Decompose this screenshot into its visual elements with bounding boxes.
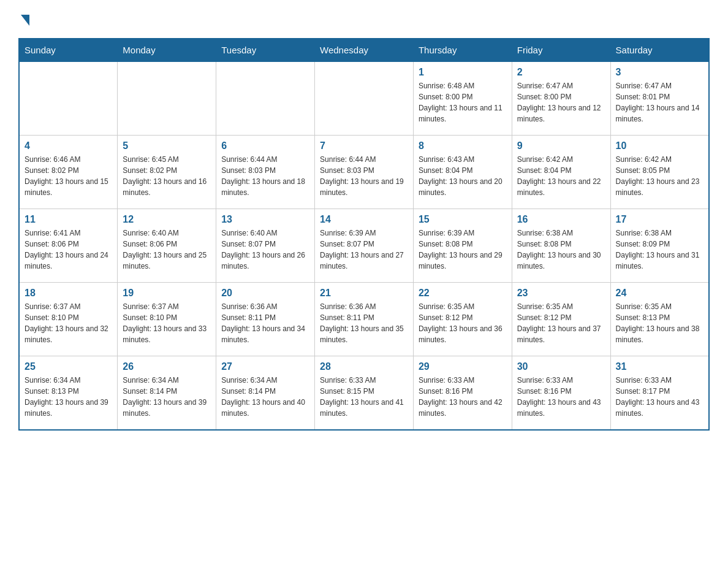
day-number: 12 [123,214,211,225]
day-number: 31 [616,361,703,372]
day-info: Sunrise: 6:36 AM Sunset: 8:11 PM Dayligh… [320,301,408,345]
page-header [18,12,710,26]
day-info: Sunrise: 6:34 AM Sunset: 8:13 PM Dayligh… [25,375,112,419]
calendar-cell: 14Sunrise: 6:39 AM Sunset: 8:07 PM Dayli… [315,209,414,283]
day-number: 11 [25,214,112,225]
day-info: Sunrise: 6:33 AM Sunset: 8:16 PM Dayligh… [517,375,605,419]
calendar-cell: 11Sunrise: 6:41 AM Sunset: 8:06 PM Dayli… [19,209,118,283]
day-info: Sunrise: 6:37 AM Sunset: 8:10 PM Dayligh… [25,301,112,345]
day-number: 25 [25,361,112,372]
day-number: 14 [320,214,408,225]
day-info: Sunrise: 6:35 AM Sunset: 8:13 PM Dayligh… [616,301,703,345]
calendar-cell: 29Sunrise: 6:33 AM Sunset: 8:16 PM Dayli… [413,356,512,430]
day-info: Sunrise: 6:43 AM Sunset: 8:04 PM Dayligh… [419,154,507,198]
day-number: 16 [517,214,605,225]
header-sunday: Sunday [19,39,118,62]
day-info: Sunrise: 6:37 AM Sunset: 8:10 PM Dayligh… [123,301,211,345]
calendar-cell: 13Sunrise: 6:40 AM Sunset: 8:07 PM Dayli… [216,209,315,283]
calendar-cell: 30Sunrise: 6:33 AM Sunset: 8:16 PM Dayli… [512,356,610,430]
calendar-cell: 19Sunrise: 6:37 AM Sunset: 8:10 PM Dayli… [118,283,216,356]
calendar-cell: 1Sunrise: 6:48 AM Sunset: 8:00 PM Daylig… [413,62,512,136]
calendar-cell: 31Sunrise: 6:33 AM Sunset: 8:17 PM Dayli… [610,356,709,430]
day-number: 15 [419,214,507,225]
calendar-cell: 22Sunrise: 6:35 AM Sunset: 8:12 PM Dayli… [413,283,512,356]
day-info: Sunrise: 6:33 AM Sunset: 8:16 PM Dayligh… [419,375,507,419]
day-info: Sunrise: 6:35 AM Sunset: 8:12 PM Dayligh… [419,301,507,345]
day-number: 28 [320,361,408,372]
header-thursday: Thursday [413,39,512,62]
day-number: 22 [419,288,507,299]
logo [18,12,29,26]
calendar-cell [216,62,315,136]
calendar-week-row: 11Sunrise: 6:41 AM Sunset: 8:06 PM Dayli… [19,209,709,283]
day-info: Sunrise: 6:44 AM Sunset: 8:03 PM Dayligh… [320,154,408,198]
logo-arrow-icon [21,15,29,26]
calendar-cell: 4Sunrise: 6:46 AM Sunset: 8:02 PM Daylig… [19,136,118,209]
day-number: 18 [25,288,112,299]
calendar-cell: 20Sunrise: 6:36 AM Sunset: 8:11 PM Dayli… [216,283,315,356]
calendar-header-row: SundayMondayTuesdayWednesdayThursdayFrid… [19,39,709,62]
calendar-cell: 6Sunrise: 6:44 AM Sunset: 8:03 PM Daylig… [216,136,315,209]
calendar-cell [19,62,118,136]
calendar-cell: 28Sunrise: 6:33 AM Sunset: 8:15 PM Dayli… [315,356,414,430]
day-number: 1 [419,67,507,78]
day-info: Sunrise: 6:45 AM Sunset: 8:02 PM Dayligh… [123,154,211,198]
day-info: Sunrise: 6:41 AM Sunset: 8:06 PM Dayligh… [25,228,112,272]
day-info: Sunrise: 6:38 AM Sunset: 8:08 PM Dayligh… [517,228,605,272]
day-number: 20 [221,288,309,299]
day-number: 17 [616,214,703,225]
day-number: 9 [517,140,605,151]
day-number: 26 [123,361,211,372]
calendar-cell: 21Sunrise: 6:36 AM Sunset: 8:11 PM Dayli… [315,283,414,356]
day-number: 13 [221,214,309,225]
day-number: 27 [221,361,309,372]
day-info: Sunrise: 6:39 AM Sunset: 8:08 PM Dayligh… [419,228,507,272]
day-number: 3 [616,67,703,78]
day-info: Sunrise: 6:33 AM Sunset: 8:17 PM Dayligh… [616,375,703,419]
header-monday: Monday [118,39,216,62]
day-info: Sunrise: 6:34 AM Sunset: 8:14 PM Dayligh… [123,375,211,419]
day-info: Sunrise: 6:34 AM Sunset: 8:14 PM Dayligh… [221,375,309,419]
day-info: Sunrise: 6:33 AM Sunset: 8:15 PM Dayligh… [320,375,408,419]
day-info: Sunrise: 6:47 AM Sunset: 8:01 PM Dayligh… [616,80,703,124]
calendar-week-row: 1Sunrise: 6:48 AM Sunset: 8:00 PM Daylig… [19,62,709,136]
day-info: Sunrise: 6:38 AM Sunset: 8:09 PM Dayligh… [616,228,703,272]
calendar-week-row: 4Sunrise: 6:46 AM Sunset: 8:02 PM Daylig… [19,136,709,209]
calendar-cell: 15Sunrise: 6:39 AM Sunset: 8:08 PM Dayli… [413,209,512,283]
calendar-cell: 26Sunrise: 6:34 AM Sunset: 8:14 PM Dayli… [118,356,216,430]
day-info: Sunrise: 6:47 AM Sunset: 8:00 PM Dayligh… [517,80,605,124]
day-info: Sunrise: 6:42 AM Sunset: 8:04 PM Dayligh… [517,154,605,198]
header-tuesday: Tuesday [216,39,315,62]
calendar-week-row: 18Sunrise: 6:37 AM Sunset: 8:10 PM Dayli… [19,283,709,356]
day-number: 30 [517,361,605,372]
day-number: 7 [320,140,408,151]
day-number: 5 [123,140,211,151]
calendar-cell: 8Sunrise: 6:43 AM Sunset: 8:04 PM Daylig… [413,136,512,209]
calendar-cell: 12Sunrise: 6:40 AM Sunset: 8:06 PM Dayli… [118,209,216,283]
calendar-cell: 5Sunrise: 6:45 AM Sunset: 8:02 PM Daylig… [118,136,216,209]
calendar-cell [315,62,414,136]
day-info: Sunrise: 6:44 AM Sunset: 8:03 PM Dayligh… [221,154,309,198]
calendar-cell: 16Sunrise: 6:38 AM Sunset: 8:08 PM Dayli… [512,209,610,283]
calendar-cell: 27Sunrise: 6:34 AM Sunset: 8:14 PM Dayli… [216,356,315,430]
calendar-cell: 2Sunrise: 6:47 AM Sunset: 8:00 PM Daylig… [512,62,610,136]
day-number: 4 [25,140,112,151]
calendar-cell: 24Sunrise: 6:35 AM Sunset: 8:13 PM Dayli… [610,283,709,356]
header-friday: Friday [512,39,610,62]
calendar-table: SundayMondayTuesdayWednesdayThursdayFrid… [18,38,710,431]
day-number: 8 [419,140,507,151]
calendar-cell: 10Sunrise: 6:42 AM Sunset: 8:05 PM Dayli… [610,136,709,209]
calendar-cell: 17Sunrise: 6:38 AM Sunset: 8:09 PM Dayli… [610,209,709,283]
day-info: Sunrise: 6:46 AM Sunset: 8:02 PM Dayligh… [25,154,112,198]
day-info: Sunrise: 6:42 AM Sunset: 8:05 PM Dayligh… [616,154,703,198]
day-number: 10 [616,140,703,151]
day-number: 24 [616,288,703,299]
header-wednesday: Wednesday [315,39,414,62]
day-info: Sunrise: 6:40 AM Sunset: 8:07 PM Dayligh… [221,228,309,272]
calendar-cell [118,62,216,136]
day-number: 21 [320,288,408,299]
day-info: Sunrise: 6:40 AM Sunset: 8:06 PM Dayligh… [123,228,211,272]
day-number: 19 [123,288,211,299]
day-info: Sunrise: 6:35 AM Sunset: 8:12 PM Dayligh… [517,301,605,345]
calendar-cell: 25Sunrise: 6:34 AM Sunset: 8:13 PM Dayli… [19,356,118,430]
